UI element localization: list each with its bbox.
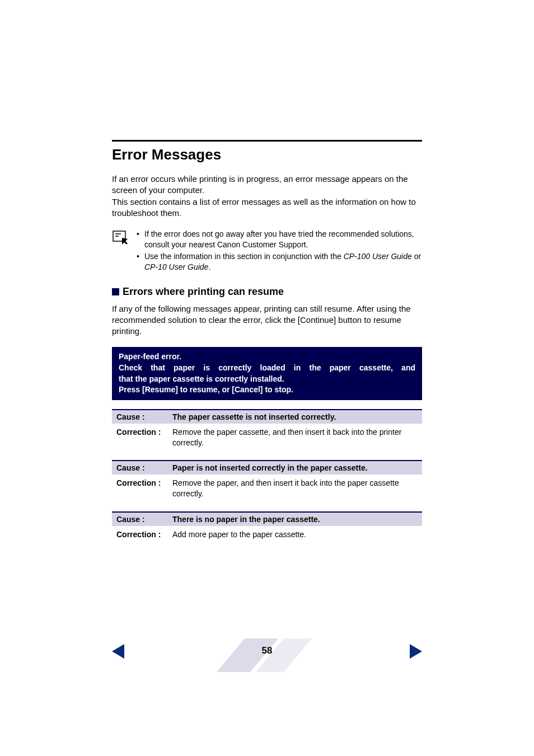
note2-suffix: . (208, 262, 210, 271)
correction-label: Correction : (116, 529, 172, 540)
note2-prefix: Use the information in this section in c… (144, 252, 344, 261)
prev-page-button[interactable] (112, 644, 124, 661)
correction-text-2: Remove the paper, and then insert it bac… (172, 478, 418, 499)
svg-marker-3 (112, 644, 124, 659)
note-text-2: Use the information in this section in c… (144, 251, 422, 273)
note-text-1: If the error does not go away after you … (144, 229, 422, 250)
section-rule (112, 140, 422, 142)
note-list: • If the error does not go away after yo… (137, 229, 422, 274)
correction-label: Correction : (116, 478, 172, 499)
page-number: 58 (262, 645, 273, 656)
note2-ref2: CP-10 User Guide (144, 262, 208, 271)
square-marker-icon (112, 288, 119, 295)
correction-row-3: Correction : Add more paper to the paper… (112, 526, 422, 543)
error-line-1: Paper-feed error. (119, 351, 415, 363)
note-block: • If the error does not go away after yo… (112, 229, 422, 274)
note-item-1: • If the error does not go away after yo… (137, 229, 422, 250)
cause-text-2: Paper is not inserted correctly in the p… (172, 463, 368, 472)
cause-text-3: There is no paper in the paper cassette. (172, 515, 320, 524)
intro-paragraph-2: This section contains a list of error me… (112, 196, 422, 219)
note2-ref1: CP-100 User Guide (344, 252, 412, 261)
error-line-3: Press [Resume] to resume, or [Cancel] to… (119, 384, 415, 396)
error-message-box: Paper-feed error. Check that paper is co… (112, 347, 422, 400)
subsection-header: Errors where printing can resume (112, 286, 422, 298)
cause-row-3: Cause : There is no paper in the paper c… (112, 511, 422, 526)
correction-row-1: Correction : Remove the paper cassette, … (112, 424, 422, 452)
correction-row-2: Correction : Remove the paper, and then … (112, 475, 422, 503)
note2-mid: or (412, 252, 421, 261)
correction-text-3: Add more paper to the paper cassette. (172, 529, 306, 540)
intro-block: If an error occurs while printing is in … (112, 173, 422, 219)
cause-text-1: The paper cassette is not inserted corre… (172, 412, 336, 421)
cause-row-1: Cause : The paper cassette is not insert… (112, 409, 422, 424)
bullet-icon: • (137, 229, 144, 250)
svg-marker-6 (410, 644, 422, 659)
bullet-icon: • (137, 251, 144, 273)
cause-label: Cause : (116, 515, 172, 524)
intro-paragraph-1: If an error occurs while printing is in … (112, 173, 422, 196)
cause-row-2: Cause : Paper is not inserted correctly … (112, 460, 422, 475)
note-icon (112, 230, 129, 247)
correction-label: Correction : (116, 427, 172, 448)
subsection-title: Errors where printing can resume (123, 286, 284, 298)
page-footer: 58 (0, 638, 534, 666)
correction-text-1: Remove the paper cassette, and then inse… (172, 427, 418, 448)
subsection-intro: If any of the following messages appear,… (112, 303, 422, 337)
note-item-2: • Use the information in this section in… (137, 251, 422, 273)
cause-label: Cause : (116, 463, 172, 472)
section-title: Error Messages (112, 146, 422, 163)
cause-label: Cause : (116, 412, 172, 421)
error-line-2: Check that paper is correctly loaded in … (119, 363, 415, 374)
page-content: Error Messages If an error occurs while … (0, 0, 534, 543)
error-line-2b: that the paper cassette is correctly ins… (119, 374, 415, 385)
next-page-button[interactable] (410, 644, 422, 661)
